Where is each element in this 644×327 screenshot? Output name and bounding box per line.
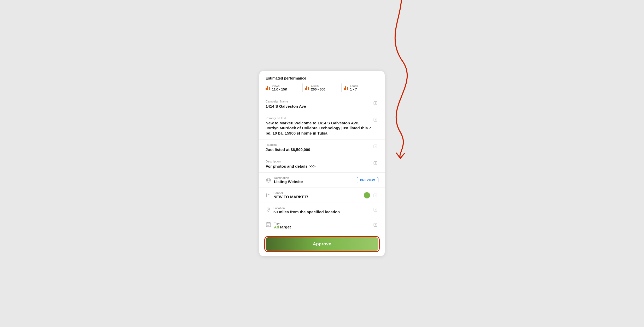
destination-row: Destination Listing Website PREVIEW (259, 173, 385, 188)
primary-ad-text-label: Primary ad text (266, 117, 373, 120)
views-value: 11K - 15K (272, 87, 287, 91)
performance-title: Estimated performance (266, 76, 378, 80)
location-edit-button[interactable] (373, 207, 378, 213)
campaign-name-row: Campaign Name 1414 S Galveston Ave (259, 96, 385, 113)
views-metric: Views 11K - 15K (266, 84, 300, 91)
approve-section: Approve (259, 233, 385, 256)
primary-ad-text-edit-button[interactable] (373, 117, 378, 123)
destination-value: Listing Website (274, 179, 303, 184)
svg-rect-9 (267, 225, 268, 226)
headline-label: Headline (266, 143, 373, 146)
type-ad-prefix: Ad (274, 225, 279, 229)
svg-point-6 (268, 209, 268, 209)
clicks-bar-icon (305, 85, 309, 90)
svg-rect-0 (374, 101, 377, 105)
primary-ad-text-row: Primary ad text New to Market! Welcome t… (259, 113, 385, 140)
flag-icon (266, 193, 271, 198)
banner-status-dot (364, 192, 370, 198)
svg-rect-3 (374, 161, 377, 165)
campaign-edit-button[interactable] (373, 100, 378, 106)
views-label: Views (272, 84, 287, 87)
description-edit-button[interactable] (373, 160, 378, 166)
leads-label: Leads (350, 84, 358, 87)
svg-rect-8 (266, 223, 271, 227)
banner-edit-button[interactable] (373, 193, 378, 198)
location-row: Location 50 miles from the specified loc… (259, 203, 385, 218)
description-value: For photos and details >>> (266, 164, 373, 169)
svg-rect-11 (374, 223, 377, 226)
views-bar-icon (266, 85, 270, 90)
clicks-metric: Clicks 200 - 600 (305, 84, 339, 91)
main-card: Estimated performance Views 11K - 15K (259, 71, 385, 256)
campaign-name-value: 1414 S Galveston Ave (266, 104, 373, 109)
type-edit-button[interactable] (373, 222, 378, 228)
approve-button[interactable]: Approve (266, 237, 378, 251)
location-pin-icon (266, 207, 271, 213)
destination-label: Destination (274, 176, 303, 179)
description-label: Description (266, 160, 373, 163)
globe-icon (266, 177, 271, 183)
leads-metric: Leads 1 - 7 (344, 84, 378, 91)
description-row: Description For photos and details >>> (259, 156, 385, 173)
page-wrapper: Estimated performance Views 11K - 15K (0, 0, 644, 327)
svg-rect-1 (374, 118, 377, 121)
metric-divider-2 (341, 83, 342, 92)
card-content: Estimated performance Views 11K - 15K (259, 71, 385, 256)
svg-rect-5 (374, 194, 377, 197)
headline-value: Just listed at $8,500,000 (266, 147, 373, 152)
metric-divider-1 (302, 83, 303, 92)
svg-rect-10 (268, 225, 269, 226)
performance-section: Estimated performance Views 11K - 15K (259, 71, 385, 96)
headline-row: Headline Just listed at $8,500,000 (259, 140, 385, 156)
clicks-value: 200 - 600 (311, 87, 325, 91)
type-row: Type AdTarget (259, 218, 385, 233)
svg-rect-7 (374, 208, 377, 211)
headline-edit-button[interactable] (373, 144, 378, 149)
performance-metrics: Views 11K - 15K Clicks 200 - 600 (266, 83, 378, 92)
preview-button[interactable]: PREVIEW (357, 177, 378, 183)
calendar-icon (266, 222, 271, 227)
banner-label: Banner (273, 191, 308, 195)
banner-row: Banner NEW TO MARKET! (259, 188, 385, 203)
primary-ad-text-value: New to Market! Welcome to 1414 S Galvest… (266, 120, 373, 136)
location-value: 50 miles from the specified location (273, 210, 340, 214)
location-label: Location (273, 207, 340, 210)
clicks-label: Clicks (311, 84, 325, 87)
type-label: Type (274, 222, 291, 225)
type-value-text: Target (279, 225, 291, 229)
svg-rect-2 (374, 145, 377, 148)
banner-value: NEW TO MARKET! (273, 195, 308, 199)
leads-bar-icon (344, 85, 348, 90)
campaign-name-label: Campaign Name (266, 100, 373, 103)
leads-value: 1 - 7 (350, 87, 358, 91)
type-value: AdTarget (274, 225, 291, 229)
